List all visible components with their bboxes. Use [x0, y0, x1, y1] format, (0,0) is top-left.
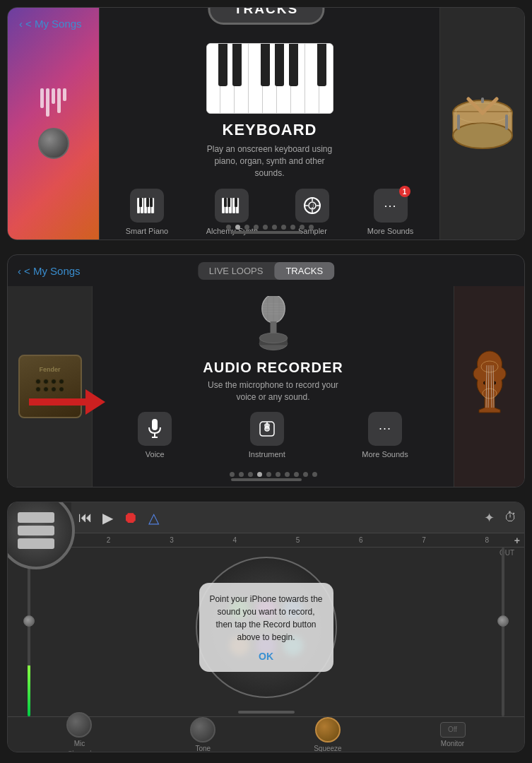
dot2-6 — [276, 472, 280, 477]
grid-button-circle[interactable] — [7, 502, 75, 569]
dot-2 — [235, 225, 240, 230]
sub-inst-voice[interactable]: Voice — [138, 412, 172, 459]
more-sounds-icon: ··· 1 — [374, 189, 408, 223]
voice-label: Voice — [146, 450, 165, 459]
svg-rect-14 — [139, 198, 142, 207]
ruler-label-2: 2 — [77, 536, 140, 544]
popup-ok-button[interactable]: OK — [209, 651, 324, 662]
live-loops-tab[interactable]: LIVE LOOPS — [198, 262, 275, 280]
svg-rect-47 — [152, 419, 158, 430]
thumb-left-2: Fender — [8, 286, 93, 487]
bottom-controls: Mic Channel Tone Squeeze Off Monitor — [8, 716, 524, 752]
sub-instruments-2: Voice Instrument ··· Mo — [93, 412, 454, 459]
audio-title: AUDIO RECORDER — [203, 360, 343, 376]
dot-1 — [226, 225, 231, 230]
slider-track-left — [28, 548, 30, 716]
input-slider[interactable] — [22, 548, 36, 716]
dot-4 — [254, 225, 259, 230]
grid-cell-3 — [18, 538, 54, 549]
ruler-label-7: 7 — [392, 536, 455, 544]
add-track-button[interactable]: + — [514, 535, 520, 546]
dot-7 — [281, 225, 286, 230]
level-indicator — [28, 666, 30, 716]
thumb-right-1 — [439, 8, 524, 239]
dot2-7 — [285, 472, 290, 477]
mic-visual — [249, 296, 298, 360]
metronome-button[interactable]: △ — [148, 509, 159, 526]
svg-rect-22 — [224, 198, 227, 207]
tracks-title: TRACKS — [234, 7, 298, 16]
record-button[interactable]: ⏺ — [123, 509, 138, 527]
tracks-tab[interactable]: TRACKS — [274, 262, 334, 280]
sampler-icon: ♩ — [295, 189, 329, 223]
dot-9 — [300, 225, 305, 230]
tone-label: Tone — [195, 745, 211, 752]
svg-rect-24 — [235, 198, 237, 207]
monitor-off-label: Off — [448, 726, 457, 733]
monitor-label: Monitor — [441, 740, 464, 747]
segmented-control: LIVE LOOPS TRACKS — [198, 262, 334, 280]
clock-icon[interactable]: ⏱ — [504, 510, 517, 525]
monitor-toggle[interactable]: Off — [440, 722, 466, 738]
section3-recording: ⏮ ▶ ⏺ △ ✦ ⏱ 2 3 4 5 6 7 8 + IN OUT — [7, 502, 525, 752]
wave-lines — [40, 88, 66, 117]
voice-icon — [138, 412, 172, 446]
popup-text: Point your iPhone towards the sound you … — [209, 593, 324, 644]
timeline-ruler: 2 3 4 5 6 7 8 + — [71, 533, 524, 548]
dot2-8 — [294, 472, 299, 477]
svg-rect-7 — [505, 114, 508, 130]
dots-indicator-1 — [100, 225, 439, 230]
ruler-label-4: 4 — [203, 536, 266, 544]
my-songs-link-2[interactable]: ‹ < My Songs — [18, 265, 81, 277]
mic-knob[interactable] — [66, 712, 92, 738]
instrument-icon — [250, 412, 284, 446]
svg-rect-6 — [457, 114, 460, 130]
keyboard-visual — [206, 43, 333, 114]
transport-bar: ⏮ ▶ ⏺ △ ✦ ⏱ — [71, 502, 524, 533]
tone-knob[interactable] — [190, 717, 215, 743]
scrollbar-3 — [238, 711, 295, 714]
dot-6 — [272, 225, 277, 230]
section1-tracks: TRACKS ‹ < My Songs — [7, 7, 525, 240]
instrument-label: Instrument — [249, 450, 285, 459]
rewind-button[interactable]: ⏮ — [78, 509, 93, 526]
channel-label: Channel — [68, 750, 92, 752]
sub-inst-instrument[interactable]: Instrument — [249, 412, 285, 459]
my-songs-link-1[interactable]: ‹ < My Songs — [19, 18, 82, 30]
nav-bar-2: ‹ < My Songs LIVE LOOPS TRACKS — [8, 255, 524, 286]
badge-count: 1 — [399, 186, 410, 197]
sun-icon[interactable]: ✦ — [484, 510, 495, 526]
svg-point-2 — [453, 123, 512, 148]
section2-audio-recorder: ‹ < My Songs LIVE LOOPS TRACKS Fender — [7, 254, 525, 487]
output-slider[interactable] — [496, 548, 510, 716]
keyboard-title: KEYBOARD — [223, 121, 317, 139]
alchemy-icon — [215, 189, 249, 223]
grid-cell-1 — [18, 512, 54, 523]
center-content-2: AUDIO RECORDER Use the microphone to rec… — [93, 286, 454, 487]
scrollbar-2 — [231, 478, 302, 481]
slider-thumb-right — [497, 615, 509, 627]
tracks-badge: TRACKS — [208, 7, 324, 25]
slider-track-right — [502, 548, 504, 716]
svg-rect-16 — [150, 198, 153, 207]
svg-rect-8 — [481, 97, 484, 103]
record-popup: Point your iPhone towards the sound you … — [199, 583, 333, 672]
dot-8 — [290, 225, 295, 230]
more-sounds-icon-2: ··· — [368, 412, 402, 446]
play-button[interactable]: ▶ — [102, 509, 113, 526]
keyboard-desc: Play an onscreen keyboard using piano, o… — [199, 143, 341, 179]
dot-5 — [263, 225, 268, 230]
sub-inst-more-2[interactable]: ··· More Sounds — [362, 412, 408, 459]
squeeze-knob[interactable] — [315, 717, 341, 743]
monitor-control: Off Monitor — [440, 722, 466, 747]
center-content-1: KEYBOARD Play an onscreen keyboard using… — [100, 36, 439, 239]
dot2-2 — [239, 472, 244, 477]
grid-cell-2 — [18, 526, 54, 536]
thumb-right-2 — [454, 286, 524, 487]
mic-channel-control: Mic Channel — [66, 712, 92, 752]
violin-icon — [465, 348, 514, 425]
slider-thumb-left — [23, 615, 35, 627]
more-sounds-label-2: More Sounds — [362, 450, 408, 459]
ruler-label-8: 8 — [456, 536, 519, 544]
svg-point-46 — [259, 333, 288, 343]
